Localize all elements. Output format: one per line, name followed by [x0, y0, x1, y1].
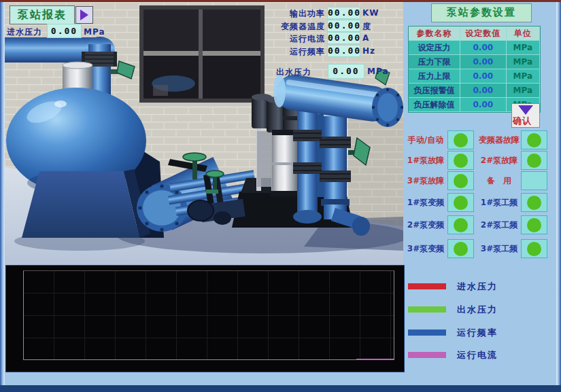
run-current-value: 00.00: [327, 32, 360, 44]
param-name: 压力上限: [409, 69, 460, 84]
run-freq-label: 运行频率: [275, 46, 325, 58]
output-power-value: 00.00: [327, 7, 360, 19]
run-freq-value: 00.00: [327, 45, 360, 57]
status-lamp-pump1-vfd: [447, 193, 474, 212]
lamp-icon: [454, 242, 468, 256]
param-unit: MPa: [507, 84, 540, 98]
trend-plot-area: [23, 270, 394, 360]
status-lamp-spare: [521, 171, 547, 190]
legend-swatch-current: [408, 352, 446, 358]
status-lamp-pump3-vfd: [447, 239, 474, 258]
tank-pedestal: [22, 171, 139, 238]
lamp-icon: [454, 196, 468, 210]
table-row: 压力上限 0.00 MPa: [409, 69, 540, 84]
confirm-button-label: 确认: [513, 115, 532, 127]
pump-station-hmi: 泵站报表 进水压力 0.00 MPa 输出功率 00.00 KW 变频器温度 0…: [0, 0, 561, 392]
param-value[interactable]: 0.00: [460, 41, 507, 55]
settings-panel-title: 泵站参数设置: [431, 3, 532, 22]
param-name: 压力下限: [409, 55, 460, 69]
param-name: 负压报警值: [409, 84, 460, 98]
legend-swatch-frequency: [408, 329, 446, 336]
legend-swatch-inlet: [408, 283, 446, 289]
col-unit: 单位: [507, 26, 540, 41]
run-freq-unit: Hz: [362, 46, 375, 56]
table-row: 负压报警值 0.00 MPa: [409, 84, 540, 98]
confirm-button[interactable]: 确认: [511, 103, 540, 128]
status-lamp-pump2-mains: [521, 215, 547, 234]
status-lamp-manual-auto: [447, 130, 474, 149]
inverter-temp-label: 变频器温度: [275, 21, 325, 33]
frame-bottom: [0, 385, 561, 392]
status-lamp-pump1-fault: [447, 151, 474, 170]
status-label-pump2-vfd: 2#泵变频: [403, 219, 449, 231]
lamp-icon: [527, 218, 541, 232]
inverter-temp-value: 00.00: [327, 20, 360, 32]
inlet-pressure-value: 0.00: [47, 24, 82, 38]
status-lamp-pump2-vfd: [447, 215, 474, 234]
report-button[interactable]: 泵站报表: [10, 5, 75, 24]
status-lamp-pump3-fault: [447, 171, 474, 190]
status-label-pump2-fault: 2#泵故障: [476, 155, 522, 166]
param-value[interactable]: 0.00: [460, 84, 507, 98]
lamp-icon: [527, 242, 541, 256]
output-power-label: 输出功率: [275, 8, 325, 20]
param-value[interactable]: 0.00: [460, 69, 507, 84]
status-label-inverter-fault: 变频器故障: [476, 135, 522, 146]
status-label-pump2-mains: 2#泵工频: [476, 219, 522, 231]
confirm-arrow-icon: [518, 105, 533, 115]
param-value[interactable]: 0.00: [460, 55, 507, 69]
legend-swatch-outlet: [408, 306, 446, 313]
lamp-icon: [454, 218, 468, 232]
status-label-pump1-fault: 1#泵故障: [403, 155, 449, 166]
settings-table: 参数名称 设定数值 单位 设定压力 0.00 MPa 压力下限 0.00 MPa…: [408, 26, 541, 113]
outlet-pressure-value: 0.00: [328, 64, 364, 79]
status-lamp-pump3-mains: [521, 239, 547, 258]
lamp-icon: [454, 154, 468, 168]
status-label-pump3-fault: 3#泵故障: [403, 175, 449, 187]
legend-label-current: 运行电流: [457, 349, 498, 361]
lamp-icon: [527, 133, 541, 147]
table-row: 设定压力 0.00 MPa: [409, 41, 540, 55]
lamp-icon: [527, 196, 541, 210]
frame-left: [0, 2, 5, 385]
lamp-icon: [527, 154, 541, 168]
param-unit: MPa: [507, 69, 540, 84]
legend-label-frequency: 运行频率: [457, 327, 498, 339]
window: [137, 5, 267, 106]
param-value[interactable]: 0.00: [460, 98, 507, 112]
frame-right: [556, 2, 561, 385]
param-name: 负压解除值: [409, 98, 460, 112]
col-set-value: 设定数值: [460, 26, 507, 41]
status-label-spare: 备 用: [476, 175, 522, 187]
report-nav-button[interactable]: [75, 6, 93, 24]
status-label-manual-auto: 手动/自动: [403, 135, 449, 146]
lamp-icon: [454, 133, 468, 147]
outlet-pressure-unit: MPa: [367, 67, 389, 76]
status-label-pump1-mains: 1#泵工频: [476, 197, 522, 209]
status-label-pump1-vfd: 1#泵变频: [403, 197, 449, 209]
status-label-pump3-vfd: 3#泵变频: [403, 243, 449, 255]
lamp-icon: [454, 174, 468, 188]
inlet-pressure-label: 进水压力: [7, 26, 42, 38]
status-lamp-pump1-mains: [521, 193, 547, 212]
riser-1: [297, 111, 318, 210]
inlet-pressure-unit: MPa: [84, 27, 105, 37]
status-lamp-inverter-fault: [521, 130, 547, 149]
status-lamp-pump2-fault: [521, 151, 547, 170]
run-current-trace: [356, 359, 394, 360]
param-unit: MPa: [507, 55, 540, 69]
run-current-label: 运行电流: [275, 33, 325, 45]
legend-label-inlet: 进水压力: [457, 281, 498, 293]
param-name: 设定压力: [409, 41, 460, 55]
param-unit: MPa: [507, 41, 540, 55]
legend-label-outlet: 出水压力: [457, 304, 498, 316]
status-label-pump3-mains: 3#泵工频: [476, 243, 522, 255]
play-icon: [80, 10, 88, 20]
settings-table-header: 参数名称 设定数值 单位: [409, 26, 540, 41]
inverter-temp-unit: 度: [362, 21, 371, 33]
trend-chart: [5, 265, 405, 372]
run-current-unit: A: [362, 33, 369, 43]
outlet-pressure-label: 出水压力: [276, 67, 311, 78]
col-param-name: 参数名称: [409, 26, 460, 41]
output-power-unit: KW: [362, 8, 379, 18]
